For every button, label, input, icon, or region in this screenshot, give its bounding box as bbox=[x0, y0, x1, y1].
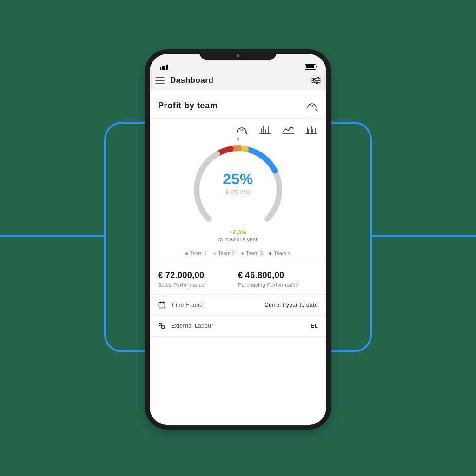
legend-dot bbox=[185, 252, 188, 255]
decor-line-left bbox=[0, 235, 104, 237]
legend-item-team2: Team 2 bbox=[213, 251, 235, 256]
svg-text:%: % bbox=[310, 104, 313, 108]
legend-dot bbox=[269, 252, 271, 255]
row-label: Time Frame bbox=[171, 302, 203, 308]
legend-label: Team 1 bbox=[190, 251, 207, 256]
svg-text:%: % bbox=[240, 128, 243, 132]
profit-gauge: 0 bbox=[186, 138, 290, 232]
settings-sliders-icon[interactable] bbox=[311, 77, 321, 84]
content-area: Profit by team % % bbox=[150, 90, 326, 425]
section-title: Profit by team bbox=[158, 101, 218, 111]
calendar-icon bbox=[158, 301, 165, 309]
gauge-zero-label: 0 bbox=[237, 137, 239, 142]
svg-line-12 bbox=[245, 132, 248, 134]
callout-pointer bbox=[310, 119, 316, 122]
kpi-label: Sales Performance bbox=[158, 282, 238, 288]
row-value: EL bbox=[311, 323, 318, 329]
svg-point-4 bbox=[317, 77, 319, 79]
signal-icon bbox=[160, 65, 168, 70]
legend-label: Team 2 bbox=[218, 251, 235, 256]
viz-line-button[interactable] bbox=[282, 124, 295, 134]
kpi-sales: € 72.000,00 Sales Performance bbox=[158, 271, 238, 288]
gauge-summary-icon[interactable]: % bbox=[306, 99, 318, 112]
chart-type-switcher: % bbox=[150, 119, 326, 136]
row-value: Current year to date bbox=[264, 302, 318, 308]
kpi-row: € 72.000,00 Sales Performance € 46.800,0… bbox=[150, 264, 326, 294]
tag-icon bbox=[158, 322, 165, 330]
kpi-value: € 46.800,00 bbox=[238, 271, 318, 280]
svg-rect-26 bbox=[159, 303, 165, 308]
legend-dot bbox=[213, 252, 216, 255]
svg-line-32 bbox=[161, 325, 162, 326]
legend-dot bbox=[241, 252, 244, 255]
row-external-labour[interactable]: External Labour EL bbox=[150, 316, 326, 336]
viz-grouped-bar-button[interactable] bbox=[305, 124, 318, 134]
legend-label: Team 4 bbox=[274, 251, 291, 256]
menu-icon[interactable] bbox=[155, 77, 165, 84]
kpi-label: Purchasing Performance bbox=[238, 282, 318, 288]
decor-line-right bbox=[372, 235, 476, 237]
phone-screen: Dashboard Profit by team % bbox=[150, 54, 326, 425]
viz-bar-button[interactable] bbox=[258, 124, 271, 134]
phone-frame: Dashboard Profit by team % bbox=[145, 49, 331, 430]
legend-label: Team 3 bbox=[246, 251, 263, 256]
section-header: Profit by team % bbox=[150, 90, 326, 118]
delta-sub: to previous year bbox=[150, 237, 326, 242]
svg-point-6 bbox=[313, 79, 315, 81]
legend-item-team3: Team 3 bbox=[241, 251, 263, 256]
viz-gauge-button[interactable]: % bbox=[235, 124, 248, 134]
row-label: External Labour bbox=[171, 323, 213, 329]
app-header: Dashboard bbox=[150, 71, 326, 90]
svg-line-10 bbox=[316, 109, 317, 111]
gauge-legend: Team 1 Team 2 Team 3 Team 4 bbox=[150, 242, 326, 264]
phone-notch bbox=[199, 49, 277, 60]
promo-backdrop: Dashboard Profit by team % bbox=[0, 0, 476, 476]
gauge-percent: 25% bbox=[186, 171, 290, 188]
kpi-value: € 72.000,00 bbox=[158, 271, 238, 280]
gauge-amount: € 25.200 bbox=[186, 189, 290, 196]
legend-item-team4: Team 4 bbox=[269, 251, 291, 256]
row-timeframe[interactable]: Time Frame Current year to date bbox=[150, 295, 326, 315]
kpi-purchasing: € 46.800,00 Purchasing Performance bbox=[238, 271, 318, 288]
battery-icon bbox=[305, 64, 316, 70]
legend-item-team1: Team 1 bbox=[185, 251, 207, 256]
svg-point-8 bbox=[316, 82, 318, 84]
page-title: Dashboard bbox=[170, 76, 213, 85]
